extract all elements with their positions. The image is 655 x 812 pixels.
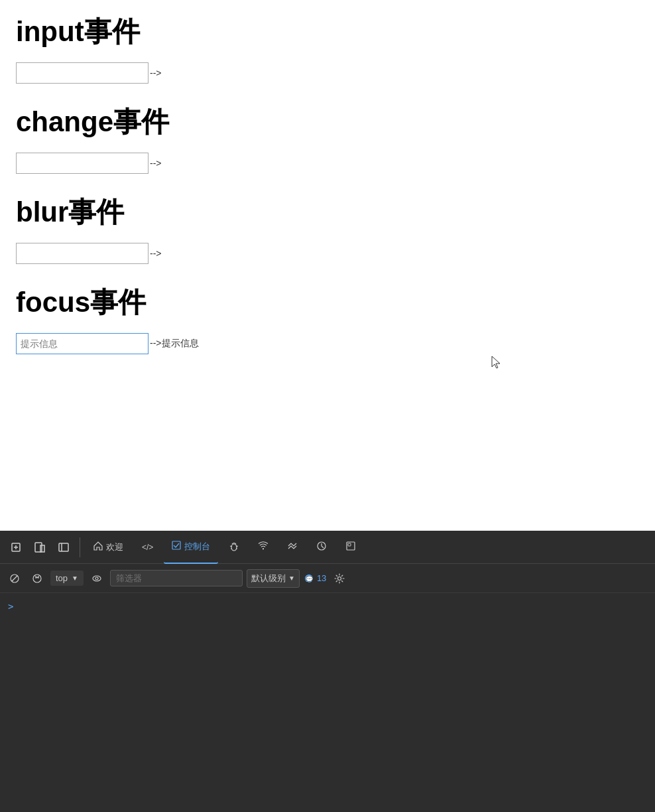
focus-section: focus事件 -->提示信息: [16, 284, 639, 354]
context-selector-button[interactable]: top ▼: [50, 571, 84, 586]
application-icon: [345, 541, 356, 553]
clear-console-button[interactable]: [5, 571, 24, 586]
tab-performance[interactable]: [279, 531, 306, 564]
inspect-tool-button[interactable]: [29, 538, 50, 557]
tab-separator-1: [80, 537, 80, 557]
blur-event-field[interactable]: [16, 243, 149, 264]
console-message-count: 💬 13: [304, 573, 326, 584]
svg-text:💬: 💬: [305, 575, 313, 583]
tab-welcome[interactable]: 欢迎: [86, 531, 131, 564]
change-section: change事件 -->: [16, 103, 639, 174]
console-icon: [172, 541, 181, 552]
blur-row: -->: [16, 243, 639, 264]
svg-point-10: [93, 576, 101, 581]
change-row: -->: [16, 153, 639, 174]
level-dropdown-icon: ▼: [288, 575, 295, 582]
focus-section-title: focus事件: [16, 284, 639, 321]
blur-arrow: -->: [150, 248, 162, 259]
select-tool-button[interactable]: [5, 538, 27, 557]
main-content: input事件 --> change事件 --> blur事件 --> focu…: [0, 0, 655, 531]
source-icon: </>: [142, 543, 153, 552]
console-level-label: 默认级别: [251, 573, 286, 584]
input-section-title: input事件: [16, 13, 639, 50]
svg-point-14: [338, 576, 341, 580]
svg-point-9: [33, 575, 41, 582]
input-arrow: -->: [150, 68, 162, 78]
performance-icon: [287, 541, 298, 553]
blur-section-title: blur事件: [16, 194, 639, 231]
svg-rect-2: [59, 543, 68, 551]
console-prompt-row: >: [8, 598, 647, 614]
bug-icon: [229, 541, 239, 553]
input-row: -->: [16, 62, 639, 84]
tab-debugger[interactable]: [221, 531, 247, 564]
tab-welcome-label: 欢迎: [106, 541, 123, 553]
tab-console-label: 控制台: [184, 541, 210, 553]
home-icon: [93, 541, 103, 553]
console-output-area[interactable]: >: [0, 593, 655, 812]
devtools-tabbar: 欢迎 </> 控制台: [0, 531, 655, 564]
tab-memory[interactable]: [308, 531, 335, 564]
tab-console[interactable]: 控制台: [164, 531, 218, 564]
svg-point-4: [231, 544, 237, 551]
devtools-panel: 欢迎 </> 控制台: [0, 531, 655, 812]
input-section: input事件 -->: [16, 13, 639, 84]
svg-rect-7: [348, 543, 351, 546]
change-section-title: change事件: [16, 103, 639, 141]
memory-icon: [316, 541, 327, 553]
focus-event-field[interactable]: [16, 333, 149, 354]
svg-rect-3: [172, 541, 180, 549]
tab-source[interactable]: </>: [134, 531, 161, 564]
console-level-selector[interactable]: 默认级别 ▼: [247, 569, 300, 588]
svg-point-11: [95, 577, 98, 580]
tab-network[interactable]: [250, 531, 276, 564]
change-event-field[interactable]: [16, 153, 149, 174]
context-selector-value: top: [56, 573, 68, 583]
change-arrow: -->: [150, 158, 162, 169]
wifi-icon: [258, 541, 268, 553]
message-count-number: 13: [317, 573, 326, 583]
preserve-log-button[interactable]: [28, 571, 46, 586]
console-filter-input[interactable]: [110, 570, 243, 586]
console-toolbar: top ▼ 默认级别 ▼ 💬 13: [0, 564, 655, 593]
focus-row: -->提示信息: [16, 333, 639, 354]
console-settings-button[interactable]: [330, 571, 349, 586]
context-selector-dropdown-icon: ▼: [72, 575, 78, 582]
tab-application[interactable]: [337, 531, 364, 564]
sidebar-toggle-button[interactable]: [53, 538, 74, 557]
watch-expressions-button[interactable]: [88, 571, 106, 586]
console-caret-icon: >: [8, 601, 13, 612]
cursor-indicator: [489, 355, 503, 373]
blur-section: blur事件 -->: [16, 194, 639, 264]
input-event-field[interactable]: [16, 62, 149, 84]
focus-arrow: -->提示信息: [150, 338, 199, 350]
